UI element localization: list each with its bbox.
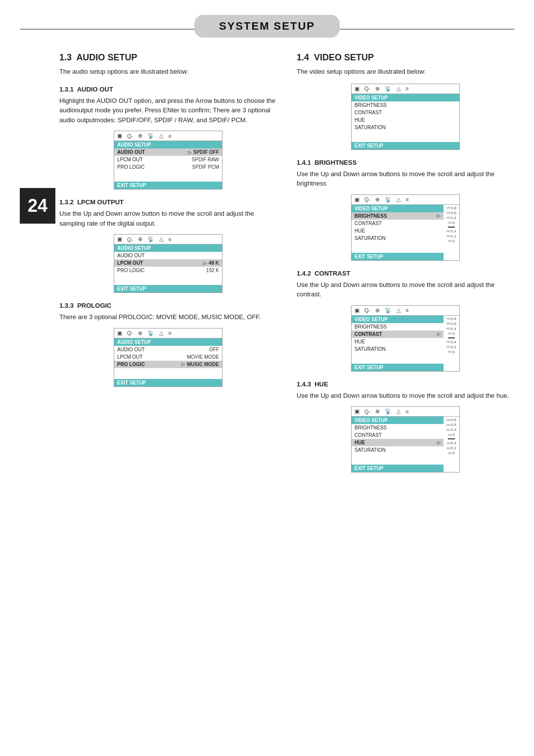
screen-row-hue-sel: HUE ▷ bbox=[352, 439, 444, 446]
brightness-screen-wrap: ▣ Q- ⊕ 📡 △ ≡ VIDEO SETUP BRIGHTNESS ▷ CO… bbox=[297, 194, 514, 261]
screen-header-video-hue: VIDEO SETUP bbox=[352, 417, 444, 424]
screen-header-video-contrast: VIDEO SETUP bbox=[352, 316, 444, 323]
subsection-1-3-2-desc: Use the Up and Down arrow button to move… bbox=[59, 209, 277, 228]
contrast-screen-main: VIDEO SETUP BRIGHTNESS CONTRAST ▷ HUE SA… bbox=[352, 316, 444, 371]
screen-footer-exit-v1: EXIT SETUP bbox=[352, 253, 444, 260]
plus-icon: ⊕ bbox=[138, 133, 142, 139]
bars-icon-v1: ≡ bbox=[405, 196, 408, 202]
bars-icon: ≡ bbox=[168, 133, 171, 139]
screen-toolbar-v0: ▣ Q- ⊕ 📡 △ ≡ bbox=[352, 84, 459, 94]
monitor-icon-v3: ▣ bbox=[355, 408, 359, 415]
subsection-1-4-3-desc: Use the Up and Down arrow buttons to mov… bbox=[297, 391, 514, 401]
contrast-screen: ▣ Q- ⊕ 📡 △ ≡ VIDEO SETUP BRIGHTNESS CONT… bbox=[351, 305, 460, 372]
audio-out-screen: ▣ Q- ⊕ 📡 △ ≡ AUDIO SETUP AUDIO OUT ▷ SPD… bbox=[114, 131, 222, 189]
q-icon: Q- bbox=[127, 133, 133, 139]
subsection-1-3-2-title: 1.3.2 LPCM OUTPUT bbox=[59, 198, 277, 206]
left-column: 1.3 AUDIO SETUP The audio setup options … bbox=[59, 52, 277, 481]
plus-icon-v2: ⊕ bbox=[375, 307, 380, 314]
screen-row-pro-logic2: PRO LOGIC 192 K bbox=[114, 267, 222, 274]
brightness-slider: 0.8 0.6 0.4 0 0.4 0.2 0 bbox=[444, 205, 459, 260]
delta-icon2: △ bbox=[159, 236, 163, 242]
delta-icon3: △ bbox=[159, 330, 163, 336]
screen-row-lpcm-out3: LPCM OUT MOVIE MODE bbox=[114, 353, 222, 361]
screen-row-pro-logic: PRO LOGIC SPDIF PCM bbox=[114, 163, 222, 171]
q-icon-v3: Q- bbox=[364, 409, 370, 415]
plus-icon-v1: ⊕ bbox=[375, 196, 380, 203]
antenna-icon: 📡 bbox=[147, 133, 154, 139]
page-header: SYSTEM SETUP bbox=[0, 0, 534, 43]
screen-header-audio-setup3: AUDIO SETUP bbox=[114, 338, 222, 346]
screen-row-audio-out: AUDIO OUT ▷ SPDIF OFF bbox=[114, 148, 222, 156]
subsection-1-3-3-title: 1.3.3 PROLOGIC bbox=[59, 302, 277, 309]
q-icon-v2: Q- bbox=[364, 307, 370, 313]
bars-icon-v3: ≡ bbox=[405, 409, 408, 415]
prologic-screen-wrap: ▣ Q- ⊕ 📡 △ ≡ AUDIO SETUP AUDIO OUT OFF L… bbox=[59, 328, 277, 387]
prologic-screen: ▣ Q- ⊕ 📡 △ ≡ AUDIO SETUP AUDIO OUT OFF L… bbox=[114, 328, 222, 387]
screen-row-audio-out3: AUDIO OUT OFF bbox=[114, 346, 222, 353]
hue-screen-wrap: ▣ Q- ⊕ 📡 △ ≡ VIDEO SETUP BRIGHTNESS CONT… bbox=[297, 406, 514, 472]
delta-icon-v2: △ bbox=[397, 307, 400, 314]
monitor-icon-v2: ▣ bbox=[355, 307, 359, 314]
page-title: SYSTEM SETUP bbox=[194, 15, 340, 38]
right-column: 1.4 VIDEO SETUP The video setup options … bbox=[297, 52, 514, 481]
screen-row-hue-main: HUE bbox=[352, 116, 459, 124]
hue-screen: ▣ Q- ⊕ 📡 △ ≡ VIDEO SETUP BRIGHTNESS CONT… bbox=[351, 406, 460, 472]
screen-row-hue-b: HUE bbox=[352, 227, 444, 235]
antenna-icon-v2: 📡 bbox=[385, 307, 392, 314]
left-section-title: 1.3 AUDIO SETUP bbox=[59, 52, 277, 63]
video-setup-main-screen-wrap: ▣ Q- ⊕ 📡 △ ≡ VIDEO SETUP BRIGHTNESS CONT… bbox=[297, 84, 514, 150]
screen-footer-exit: EXIT SETUP bbox=[114, 182, 222, 189]
subsection-1-4-1-desc: Use the Up and Down arrow buttons to mov… bbox=[297, 169, 514, 189]
bars-icon-v0: ≡ bbox=[405, 86, 408, 92]
screen-row-contrast-main: CONTRAST bbox=[352, 109, 459, 116]
monitor-icon2: ▣ bbox=[117, 236, 122, 242]
subsection-1-4-1-title: 1.4.1 BRIGHTNESS bbox=[297, 159, 514, 166]
q-icon2: Q- bbox=[127, 236, 133, 242]
q-icon-v1: Q- bbox=[364, 196, 370, 202]
monitor-icon-v1: ▣ bbox=[355, 196, 359, 203]
delta-icon-v3: △ bbox=[397, 408, 400, 415]
contrast-slider: 0.8 0.6 0.4 0 0.4 0.2 0 bbox=[444, 316, 459, 371]
screen-footer-exit3: EXIT SETUP bbox=[114, 379, 222, 386]
antenna-icon2: 📡 bbox=[147, 236, 154, 242]
right-section-desc: The video setup options are illustrated … bbox=[297, 67, 514, 77]
screen-row-contrast-sel: CONTRAST ▷ bbox=[352, 331, 444, 338]
antenna-icon-v0: 📡 bbox=[385, 86, 392, 92]
screen-row-pro-logic3: PRO LOGIC ▷ MUSIC MODE bbox=[114, 361, 222, 368]
screen-toolbar-v1: ▣ Q- ⊕ 📡 △ ≡ bbox=[352, 195, 459, 205]
lpcm-screen-wrap: ▣ Q- ⊕ 📡 △ ≡ AUDIO SETUP AUDIO OUT LPCM … bbox=[59, 234, 277, 293]
screen-header-audio-setup2: AUDIO SETUP bbox=[114, 244, 222, 252]
screen-row-saturation-b: SATURATION bbox=[352, 235, 444, 242]
subsection-1-3-1-title: 1.3.1 AUDIO OUT bbox=[59, 86, 277, 93]
screen-toolbar-v2: ▣ Q- ⊕ 📡 △ ≡ bbox=[352, 306, 459, 316]
bars-icon-v2: ≡ bbox=[405, 307, 408, 313]
bars-icon2: ≡ bbox=[168, 236, 171, 242]
screen-row-brightness-main: BRIGHTNESS bbox=[352, 101, 459, 109]
subsection-1-4-3-title: 1.4.3 HUE bbox=[297, 380, 514, 388]
screen-header-video-setup-main: VIDEO SETUP bbox=[352, 94, 459, 101]
hue-slider: 0.8 0.6 0.4 0 0.4 0.2 0 bbox=[444, 417, 459, 472]
subsection-1-3-3-desc: There are 3 optional PROLOGIC: MOVIE MOD… bbox=[59, 312, 277, 322]
screen-footer-exit2: EXIT SETUP bbox=[114, 285, 222, 292]
screen-toolbar-v3: ▣ Q- ⊕ 📡 △ ≡ bbox=[352, 407, 459, 417]
screen-row-lpcm-out: LPCM OUT SPDIF RAW bbox=[114, 156, 222, 163]
contrast-slider-section: VIDEO SETUP BRIGHTNESS CONTRAST ▷ HUE SA… bbox=[352, 316, 459, 371]
audio-out-screen-wrap: ▣ Q- ⊕ 📡 △ ≡ AUDIO SETUP AUDIO OUT ▷ SPD… bbox=[59, 131, 277, 189]
delta-icon-v0: △ bbox=[397, 86, 400, 92]
antenna-icon3: 📡 bbox=[147, 330, 154, 336]
screen-toolbar-1: ▣ Q- ⊕ 📡 △ ≡ bbox=[114, 131, 222, 141]
screen-footer-exit-v3: EXIT SETUP bbox=[352, 465, 444, 472]
screen-row-contrast-h: CONTRAST bbox=[352, 431, 444, 439]
q-icon-v0: Q- bbox=[364, 86, 370, 92]
screen-toolbar-3: ▣ Q- ⊕ 📡 △ ≡ bbox=[114, 329, 222, 338]
brightness-screen-main: VIDEO SETUP BRIGHTNESS ▷ CONTRAST HUE SA… bbox=[352, 205, 444, 260]
screen-row-saturation-c: SATURATION bbox=[352, 345, 444, 353]
plus-icon2: ⊕ bbox=[138, 236, 142, 242]
subsection-1-4-2-desc: Use the Up and Down arrow buttons to mov… bbox=[297, 280, 514, 299]
monitor-icon3: ▣ bbox=[117, 330, 122, 336]
antenna-icon-v3: 📡 bbox=[385, 408, 392, 415]
left-section-desc: The audio setup options are illustrated … bbox=[59, 67, 277, 77]
screen-footer-exit-v0: EXIT SETUP bbox=[352, 142, 459, 149]
monitor-icon: ▣ bbox=[117, 133, 122, 139]
screen-row-saturation-main: SATURATION bbox=[352, 124, 459, 131]
